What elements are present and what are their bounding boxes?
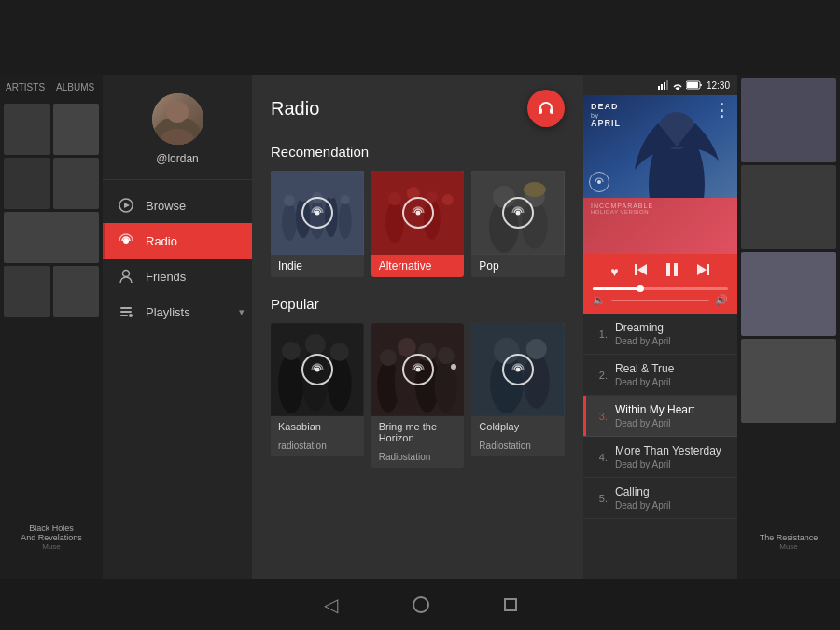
sidebar: @lordan Browse	[103, 75, 252, 579]
svg-rect-69	[666, 80, 668, 90]
avatar	[152, 93, 203, 145]
now-playing-panel: 12:30 ⋮	[583, 75, 737, 579]
track-item-2[interactable]: 2. Real & True Dead by April	[583, 355, 737, 396]
kasabian-image	[271, 323, 364, 416]
volume-high-icon: 🔊	[715, 294, 728, 306]
radio-label: Radio	[146, 234, 237, 248]
track-list: 1. Dreaming Dead by April 2. Real & True…	[583, 314, 737, 579]
coldplay-image	[471, 323, 565, 416]
track-artist-1: Dead by April	[615, 336, 728, 346]
svg-rect-9	[120, 315, 128, 316]
track-info-4: More Than Yesterday Dead by April	[615, 444, 728, 469]
friends-label: Friends	[146, 270, 237, 284]
active-track-indicator	[583, 396, 586, 436]
track-artist-3: Dead by April	[615, 418, 728, 428]
playback-controls: ♥	[583, 254, 737, 314]
track-info-2: Real & True Dead by April	[615, 362, 728, 387]
track-number-1: 1.	[593, 329, 608, 340]
sidebar-item-browse[interactable]: Browse	[103, 188, 252, 223]
track-artist-5: Dead by April	[615, 500, 728, 511]
right-album-thumb	[741, 165, 836, 249]
track-item-4[interactable]: 4. More Than Yesterday Dead by April	[583, 437, 737, 478]
main-content: Radio Recomendation	[252, 75, 583, 579]
track-info-5: Calling Dead by April	[615, 485, 728, 511]
nav-items: Browse Radio	[103, 180, 252, 337]
album-grid	[0, 100, 103, 321]
track-name-dreaming: Dreaming	[615, 321, 728, 334]
playlists-chevron-icon: ▾	[239, 306, 245, 318]
status-bar: 12:30	[583, 75, 737, 95]
track-item-5[interactable]: 5. Calling Dead by April	[583, 478, 737, 519]
more-options-button[interactable]: ⋮	[713, 100, 730, 120]
wifi-icon	[673, 80, 682, 90]
bmh-image	[371, 323, 465, 416]
album-version: HOLIDAY VERSION	[591, 209, 730, 215]
sidebar-item-friends[interactable]: Friends	[103, 259, 252, 294]
progress-fill	[593, 287, 640, 290]
svg-point-24	[315, 211, 319, 216]
album-thumb	[4, 104, 50, 155]
browse-icon	[118, 197, 134, 214]
home-button[interactable]	[413, 596, 429, 613]
svg-rect-7	[120, 307, 132, 309]
headphones-fab[interactable]	[527, 90, 565, 127]
volume-bar[interactable]	[611, 300, 709, 301]
heart-button[interactable]: ♥	[610, 264, 618, 279]
track-item-3[interactable]: 3. Within My Heart Dead by April	[583, 396, 737, 437]
recommendation-title: Recomendation	[252, 136, 583, 167]
kasabian-card[interactable]: Kasabian radiostation	[271, 323, 364, 468]
app-container: @lordan Browse	[103, 75, 737, 579]
indie-radio-icon	[301, 197, 333, 229]
svg-rect-72	[687, 82, 698, 88]
recents-button[interactable]	[504, 598, 517, 611]
sidebar-item-radio[interactable]: Radio	[103, 223, 252, 259]
previous-button[interactable]	[634, 262, 649, 281]
coldplay-sublabel: Radiostation	[471, 439, 565, 456]
main-header: Radio	[252, 75, 583, 136]
album-thumb	[53, 104, 100, 155]
albums-tab[interactable]: ALBUMS	[50, 75, 100, 100]
pop-card[interactable]: Pop	[471, 171, 565, 277]
kasabian-label: Kasabian	[278, 421, 357, 432]
right-bg: The Resistance Muse	[737, 75, 840, 579]
username-label: @lordan	[156, 152, 199, 165]
sidebar-item-playlists[interactable]: Playlists ▾	[103, 294, 252, 329]
album-thumb	[53, 266, 100, 317]
right-album-grid	[737, 75, 840, 427]
pause-button[interactable]	[664, 261, 680, 282]
svg-point-76	[597, 180, 601, 184]
album-thumb	[4, 266, 50, 317]
coldplay-radio-icon	[502, 354, 534, 385]
time-display: 12:30	[707, 80, 730, 91]
browse-label: Browse	[146, 199, 237, 213]
back-button[interactable]: ◁	[324, 594, 338, 616]
right-album-label: The Resistance Muse	[737, 533, 840, 551]
alternative-card[interactable]: Alternative	[371, 171, 465, 277]
svg-marker-78	[637, 264, 647, 275]
track-number-4: 4.	[593, 452, 608, 463]
alternative-card-image	[371, 171, 465, 255]
next-button[interactable]	[695, 262, 710, 281]
svg-point-10	[129, 314, 133, 317]
track-info-3: Within My Heart Dead by April	[615, 403, 728, 428]
avatar-image	[152, 93, 203, 145]
svg-point-1	[166, 101, 189, 123]
track-item-1[interactable]: 1. Dreaming Dead by April	[583, 314, 737, 355]
track-number-2: 2.	[593, 370, 608, 381]
pop-label: Pop	[471, 255, 565, 277]
svg-rect-79	[666, 263, 670, 276]
kasabian-radio-icon	[301, 354, 333, 385]
progress-bar[interactable]	[593, 287, 728, 290]
bmh-card[interactable]: Bring me the Horizon Radiostation	[371, 323, 465, 468]
controls-row: ♥	[593, 261, 728, 282]
indie-card[interactable]: Indie	[271, 171, 364, 277]
recommendation-cards: Indie	[252, 167, 583, 288]
artists-tab[interactable]: ARTISTS	[0, 75, 50, 100]
device-frame: ARTISTS ALBUMS Black Holes And Revelatio…	[0, 0, 840, 630]
coldplay-card[interactable]: Coldplay Radiostation	[471, 323, 565, 468]
track-name-real: Real & True	[615, 362, 728, 375]
battery-icon	[686, 80, 703, 90]
bmh-sublabel: Radiostation	[371, 450, 465, 468]
indie-label: Indie	[271, 255, 364, 277]
album-thumb	[4, 212, 99, 263]
